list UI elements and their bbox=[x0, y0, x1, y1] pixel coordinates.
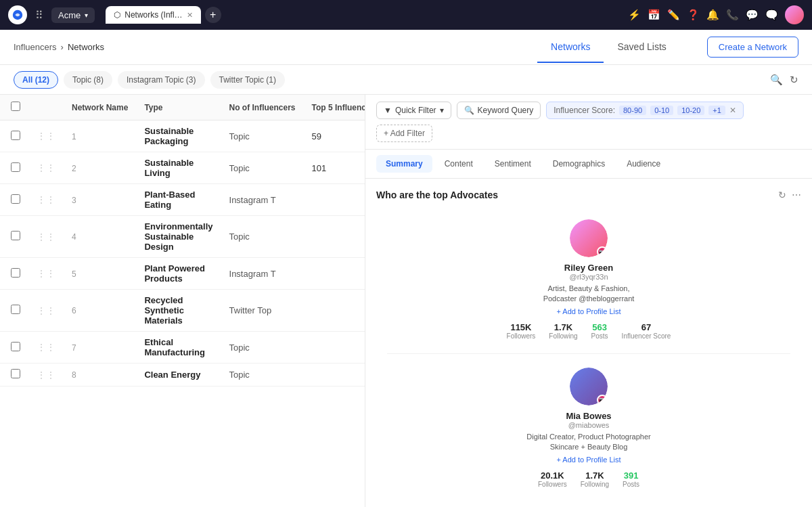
comment-icon[interactable]: 🗨️ bbox=[765, 9, 778, 21]
score-val-2[interactable]: 0-10 bbox=[650, 106, 673, 115]
filter-twitter[interactable]: Twitter Topic (1) bbox=[210, 71, 285, 89]
table-row[interactable]: ⋮⋮ 5 Plant Powered Products Instagram T bbox=[0, 258, 365, 290]
tab-demographics[interactable]: Demographics bbox=[543, 155, 614, 173]
quick-filter-button[interactable]: ▼ Quick Filter ▾ bbox=[376, 102, 451, 119]
row-checkbox[interactable] bbox=[11, 131, 20, 140]
influencer-avatar-mia: 📷 bbox=[570, 368, 608, 405]
row-checkbox[interactable] bbox=[11, 231, 20, 240]
drag-handle-icon[interactable]: ⋮⋮ bbox=[37, 370, 55, 380]
row-checkbox[interactable] bbox=[11, 162, 20, 172]
add-filter-button[interactable]: + Add Filter bbox=[376, 125, 432, 142]
bell-icon[interactable]: 🔔 bbox=[706, 9, 719, 21]
stat-posts: 563 Posts bbox=[591, 322, 608, 340]
drag-handle-icon[interactable]: ⋮⋮ bbox=[37, 232, 55, 242]
bolt-icon[interactable]: ⚡ bbox=[628, 9, 641, 21]
stat-label: Following bbox=[549, 332, 577, 340]
tab-content[interactable]: Content bbox=[435, 155, 482, 173]
breadcrumb-current: Networks bbox=[68, 42, 104, 52]
row-checkbox[interactable] bbox=[11, 369, 20, 378]
help-icon[interactable]: ❓ bbox=[687, 9, 700, 21]
keyword-label: Keyword Query bbox=[478, 106, 534, 115]
stat-following: 1.7K Following bbox=[581, 470, 609, 488]
advocates-title: Who are the top Advocates bbox=[376, 190, 498, 200]
workspace-name: Acme bbox=[58, 10, 81, 20]
tab-audience[interactable]: Audience bbox=[617, 155, 670, 173]
network-type: Twitter Top bbox=[229, 305, 272, 315]
phone-icon[interactable]: 📞 bbox=[726, 9, 739, 21]
close-tab-icon[interactable]: ✕ bbox=[187, 11, 193, 20]
table-row[interactable]: ⋮⋮ 1 Sustainable Packaging Topic 59 bbox=[0, 120, 365, 152]
stat-value: 563 bbox=[591, 322, 608, 332]
score-val-1[interactable]: 80-90 bbox=[619, 106, 646, 115]
network-name: Plant-Based Eating bbox=[144, 190, 195, 210]
row-checkbox[interactable] bbox=[11, 305, 20, 314]
grid-icon[interactable]: ⠿ bbox=[32, 6, 46, 24]
score-val-4[interactable]: +1 bbox=[708, 106, 725, 115]
create-network-button[interactable]: Create a Network bbox=[707, 37, 798, 58]
stat-label: Followers bbox=[507, 332, 536, 340]
row-checkbox[interactable] bbox=[11, 342, 20, 351]
keyword-query-button[interactable]: 🔍 Keyword Query bbox=[457, 102, 541, 119]
network-name: Ethical Manufacturing bbox=[144, 337, 205, 357]
app-logo[interactable] bbox=[8, 5, 27, 24]
filter-instagram[interactable]: Instagram Topic (3) bbox=[118, 71, 205, 89]
breadcrumb-sep: › bbox=[61, 42, 64, 52]
network-name: Sustainable Living bbox=[144, 158, 194, 178]
workspace-selector[interactable]: Acme ▾ bbox=[51, 7, 95, 23]
user-avatar[interactable] bbox=[785, 5, 804, 24]
row-checkbox[interactable] bbox=[11, 268, 20, 278]
stat-label: Following bbox=[581, 481, 609, 488]
tab-networks[interactable]: Networks bbox=[537, 32, 604, 63]
stat-value: 20.1K bbox=[538, 470, 567, 481]
drag-handle-icon[interactable]: ⋮⋮ bbox=[37, 305, 55, 316]
table-row[interactable]: ⋮⋮ 4 Environmentally Sustainable Design … bbox=[0, 216, 365, 258]
network-name: Environmentally Sustainable Design bbox=[144, 221, 212, 252]
table-row[interactable]: ⋮⋮ 6 Recycled Synthetic Materials Twitte… bbox=[0, 290, 365, 332]
stat-label: Posts bbox=[623, 481, 639, 488]
refresh-icon[interactable]: ↻ bbox=[790, 74, 798, 86]
filter-all[interactable]: All (12) bbox=[14, 71, 58, 89]
refresh-icon[interactable]: ↻ bbox=[778, 190, 786, 200]
chat-icon[interactable]: 💬 bbox=[746, 9, 759, 21]
table-row[interactable]: ⋮⋮ 2 Sustainable Living Topic 101 bbox=[0, 152, 365, 184]
row-num: 4 bbox=[72, 232, 76, 242]
influencer-avatar-riley: 📷 bbox=[570, 219, 608, 257]
breadcrumb-parent[interactable]: Influencers bbox=[14, 42, 57, 52]
search-icon[interactable]: 🔍 bbox=[770, 74, 783, 86]
tab-saved-lists[interactable]: Saved Lists bbox=[604, 32, 679, 63]
score-val-3[interactable]: 10-20 bbox=[677, 106, 704, 115]
row-checkbox[interactable] bbox=[11, 194, 20, 204]
tab-sentiment[interactable]: Sentiment bbox=[485, 155, 541, 173]
quick-filter-label: Quick Filter bbox=[395, 106, 436, 115]
browser-tabs: ⬡ Networks (Infl… ✕ + bbox=[106, 6, 623, 24]
col-drag bbox=[28, 95, 64, 120]
drag-handle-icon[interactable]: ⋮⋮ bbox=[37, 194, 55, 205]
score-filter-close-icon[interactable]: ✕ bbox=[729, 106, 736, 115]
influencer-name: Riley Green bbox=[384, 263, 793, 273]
influencer-bio: Digital Creator, Product PhotographerSki… bbox=[384, 432, 793, 453]
table-row[interactable]: ⋮⋮ 7 Ethical Manufacturing Topic bbox=[0, 332, 365, 363]
analytics-tabs: Summary Content Sentiment Demographics A… bbox=[365, 150, 812, 179]
edit-icon[interactable]: ✏️ bbox=[667, 9, 680, 21]
filter-row-actions: 🔍 ↻ bbox=[770, 74, 798, 86]
table-row[interactable]: ⋮⋮ 8 Clean Energy Topic bbox=[0, 363, 365, 387]
influencer-count: 101 bbox=[312, 163, 327, 173]
drag-handle-icon[interactable]: ⋮⋮ bbox=[37, 131, 55, 141]
advocates-section: Who are the top Advocates ↻ ⋯ 📷 Riley Gr… bbox=[365, 179, 812, 507]
table-row[interactable]: ⋮⋮ 3 Plant-Based Eating Instagram T bbox=[0, 184, 365, 216]
drag-handle-icon[interactable]: ⋮⋮ bbox=[37, 342, 55, 353]
filter-chips-row: All (12) Topic (8) Instagram Topic (3) T… bbox=[0, 65, 812, 95]
new-tab-button[interactable]: + bbox=[205, 7, 221, 23]
stat-value: 67 bbox=[622, 322, 671, 332]
drag-handle-icon[interactable]: ⋮⋮ bbox=[37, 268, 55, 279]
sub-header: Influencers › Networks Networks Saved Li… bbox=[0, 30, 812, 65]
drag-handle-icon[interactable]: ⋮⋮ bbox=[37, 162, 55, 173]
tab-summary[interactable]: Summary bbox=[376, 155, 432, 173]
add-to-profile-list-link[interactable]: + Add to Profile List bbox=[384, 456, 793, 464]
calendar-icon[interactable]: 📅 bbox=[648, 9, 660, 21]
filter-topic[interactable]: Topic (8) bbox=[64, 71, 112, 89]
more-options-icon[interactable]: ⋯ bbox=[792, 190, 801, 200]
browser-tab-networks[interactable]: ⬡ Networks (Infl… ✕ bbox=[106, 6, 200, 24]
select-all-checkbox[interactable] bbox=[11, 102, 20, 111]
add-to-profile-list-link[interactable]: + Add to Profile List bbox=[384, 307, 793, 315]
